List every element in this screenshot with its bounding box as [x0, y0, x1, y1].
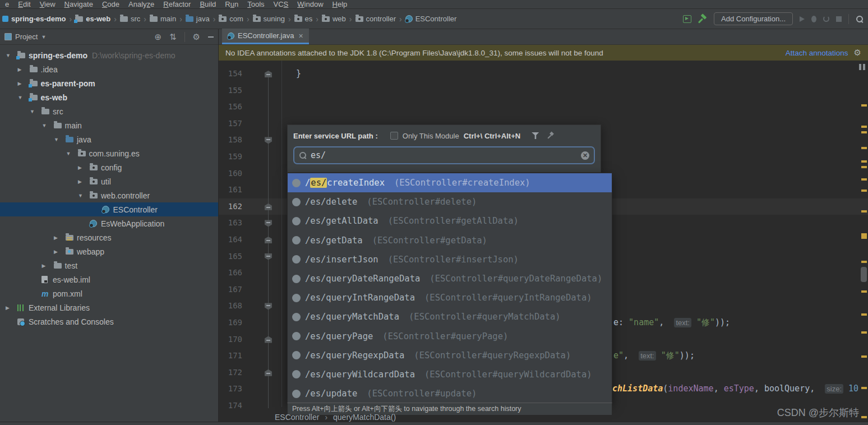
- tree-item-es-web[interactable]: ▼es-web: [0, 90, 218, 104]
- warning-stripe-mark[interactable]: [861, 210, 867, 212]
- tab-escontroller-java[interactable]: ESController.java ×: [222, 29, 309, 44]
- warning-stripe-mark[interactable]: [861, 387, 867, 389]
- breadcrumb-suning[interactable]: suning: [253, 15, 285, 23]
- warning-stripe-mark[interactable]: [861, 104, 867, 107]
- hide-panel-icon[interactable]: [208, 36, 214, 38]
- url-item--es-queryregexpdata[interactable]: /es/queryRegexpData(ESController#queryRe…: [288, 346, 612, 365]
- breadcrumb-es-web[interactable]: es-web: [75, 15, 110, 23]
- only-this-module-checkbox[interactable]: [390, 132, 398, 140]
- warning-stripe-mark[interactable]: [861, 190, 867, 192]
- url-item--es-delete[interactable]: /es/delete(ESController#delete): [288, 192, 612, 211]
- tree-item--idea[interactable]: ▶.idea: [0, 62, 218, 76]
- debug-button[interactable]: [811, 16, 816, 22]
- url-item--es-update[interactable]: /es/update(ESController#update): [288, 384, 612, 403]
- breadcrumb-es[interactable]: es: [294, 15, 313, 23]
- tree-item-external-libraries[interactable]: ▶External Libraries: [0, 301, 218, 315]
- breadcrumb-method[interactable]: queryMatchData(): [333, 413, 396, 422]
- menu-item-help[interactable]: Help: [329, 0, 352, 8]
- chevron-expanded-icon[interactable]: ▼: [54, 137, 66, 142]
- warning-stripe-mark[interactable]: [861, 131, 867, 133]
- fold-marker-icon[interactable]: [265, 369, 272, 376]
- menu-item-analyze[interactable]: Analyze: [124, 0, 158, 8]
- chevron-expanded-icon[interactable]: ▼: [30, 109, 41, 114]
- chevron-collapsed-icon[interactable]: ▶: [54, 249, 66, 255]
- warning-stripe-mark[interactable]: [861, 261, 867, 263]
- menu-item-tools[interactable]: Tools: [243, 0, 268, 8]
- tree-item-main[interactable]: ▼main: [0, 118, 218, 132]
- menu-item-build[interactable]: Build: [196, 0, 220, 8]
- chevron-expanded-icon[interactable]: ▼: [6, 53, 17, 58]
- menu-item-view[interactable]: View: [36, 0, 59, 8]
- chevron-collapsed-icon[interactable]: ▶: [18, 81, 30, 86]
- tree-item-src[interactable]: ▼src: [0, 104, 218, 118]
- pin-icon[interactable]: [547, 132, 555, 140]
- fold-marker-icon[interactable]: [265, 336, 272, 343]
- chevron-collapsed-icon[interactable]: ▶: [78, 179, 90, 184]
- warning-stripe-mark[interactable]: [861, 147, 867, 149]
- url-item--es-getalldata[interactable]: /es/getAllData(ESController#getAllData): [288, 211, 612, 230]
- tree-item-es-web-iml[interactable]: es-web.iml: [0, 272, 218, 287]
- breadcrumb-web[interactable]: web: [322, 15, 346, 23]
- stop-button[interactable]: [836, 16, 842, 22]
- chevron-collapsed-icon[interactable]: ▶: [6, 305, 17, 311]
- menu-item-navigate[interactable]: Navigate: [61, 0, 97, 8]
- chevron-collapsed-icon[interactable]: ▶: [54, 235, 66, 241]
- gear-icon[interactable]: ⚙: [193, 32, 200, 42]
- chevron-collapsed-icon[interactable]: ▶: [18, 67, 30, 72]
- tree-item-java[interactable]: ▼java: [0, 132, 218, 146]
- close-icon[interactable]: ×: [298, 31, 303, 40]
- warning-stripe-mark[interactable]: [861, 331, 867, 334]
- url-item--es-queryintrangedata[interactable]: /es/queryIntRangeData(ESController#query…: [288, 288, 612, 307]
- fold-marker-icon[interactable]: [265, 237, 272, 243]
- breadcrumb-spring-es-demo[interactable]: spring-es-demo: [2, 15, 66, 23]
- url-item--es-querymatchdata[interactable]: /es/queryMatchData(ESController#queryMat…: [288, 307, 612, 326]
- warning-stripe-mark[interactable]: [861, 126, 867, 128]
- fold-marker-icon[interactable]: [265, 253, 272, 260]
- tree-item-test[interactable]: ▶test: [0, 258, 218, 272]
- clear-icon[interactable]: ✕: [581, 151, 589, 160]
- tree-item-com-suning-es[interactable]: ▼com.suning.es: [0, 146, 218, 160]
- collapse-all-icon[interactable]: ⇅: [169, 32, 177, 42]
- breadcrumb-escontroller[interactable]: ESController: [405, 15, 457, 23]
- search-icon[interactable]: [856, 15, 864, 23]
- chevron-collapsed-icon[interactable]: ▶: [78, 165, 90, 170]
- chevron-expanded-icon[interactable]: ▼: [66, 151, 78, 156]
- search-input[interactable]: es/: [311, 150, 577, 160]
- warning-stripe-mark[interactable]: [861, 355, 867, 358]
- add-configuration-button[interactable]: Add Configuration...: [714, 12, 793, 25]
- warning-stripe-mark[interactable]: [861, 313, 867, 316]
- warning-stripe-mark[interactable]: [861, 416, 867, 418]
- breadcrumb-java[interactable]: java: [186, 15, 210, 23]
- tree-item-util[interactable]: ▶util: [0, 174, 218, 188]
- tree-item-spring-es-demo[interactable]: ▼spring-es-demoD:\work\spring-es-demo: [0, 48, 218, 62]
- menu-item-edit[interactable]: Edit: [14, 0, 34, 8]
- url-item--es-querywildcarddata[interactable]: /es/queryWildcardData(ESController#query…: [288, 365, 612, 384]
- url-search-field[interactable]: es/ ✕: [293, 146, 595, 164]
- tree-item-config[interactable]: ▶config: [0, 160, 218, 174]
- fold-marker-icon[interactable]: [265, 303, 272, 309]
- breadcrumb-class[interactable]: ESController: [275, 413, 319, 422]
- attach-annotations-link[interactable]: Attach annotations: [786, 49, 848, 57]
- warning-stripe-mark[interactable]: [861, 290, 867, 293]
- coverage-button[interactable]: [823, 16, 829, 22]
- tree-item-web-controller[interactable]: ▼web.controller: [0, 188, 218, 202]
- build-hammer-icon[interactable]: [698, 15, 707, 24]
- url-item--es-insertjson[interactable]: /es/insertJson(ESController#insertJson): [288, 250, 612, 269]
- tree-item-scratches-and-consoles[interactable]: Scratches and Consoles: [0, 315, 218, 329]
- chevron-expanded-icon[interactable]: ▼: [42, 123, 54, 128]
- scrollbar-thumb[interactable]: [861, 267, 867, 282]
- menu-item-e[interactable]: e: [1, 0, 13, 8]
- menu-item-refactor[interactable]: Refactor: [159, 0, 195, 8]
- url-item--es-getdata[interactable]: /es/getData(ESController#getData): [288, 231, 612, 250]
- menu-item-window[interactable]: Window: [293, 0, 327, 8]
- tree-item-es-parent-pom[interactable]: ▶es-parent-pom: [0, 76, 218, 90]
- breadcrumb-controller[interactable]: controller: [355, 15, 396, 23]
- warning-stripe-mark[interactable]: [861, 160, 867, 163]
- menu-item-run[interactable]: Run: [221, 0, 242, 8]
- filter-icon[interactable]: [532, 132, 539, 139]
- tree-item-resources[interactable]: ▶resources: [0, 230, 218, 244]
- fold-marker-icon[interactable]: [265, 137, 272, 144]
- run-button[interactable]: [800, 16, 805, 22]
- menu-item-vcs[interactable]: VCS: [270, 0, 293, 8]
- warning-stripe-mark[interactable]: [861, 166, 867, 168]
